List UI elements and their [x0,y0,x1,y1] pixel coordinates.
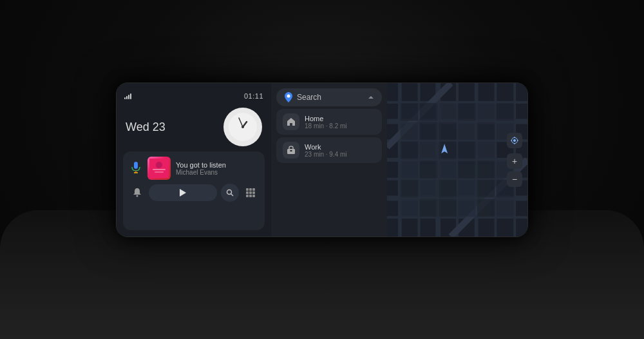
svg-rect-45 [401,103,419,121]
play-button[interactable] [149,184,217,201]
search-bar-left: Search [284,92,321,102]
svg-rect-75 [420,199,438,217]
svg-rect-72 [477,180,495,198]
home-nav-info: Home 18 min · 8.2 mi [305,115,375,130]
svg-rect-65 [458,160,476,179]
svg-rect-47 [439,103,457,121]
song-title: You got to listen [176,161,258,169]
svg-rect-66 [477,160,495,179]
svg-point-11 [137,195,138,197]
svg-point-13 [227,190,232,195]
assistant-icon[interactable] [129,162,142,175]
clock-widget [223,108,262,146]
svg-point-8 [156,162,162,168]
svg-rect-53 [439,122,457,140]
svg-rect-55 [477,122,495,140]
svg-rect-16 [249,188,252,191]
status-time: 01:11 [244,92,263,100]
svg-rect-4 [134,162,138,169]
svg-rect-17 [252,188,255,191]
media-search-button[interactable] [221,184,239,202]
svg-rect-46 [420,103,438,121]
svg-line-14 [231,194,234,197]
notification-icon[interactable] [129,185,145,200]
clock-face [227,111,258,142]
work-detail: 23 min · 9.4 mi [305,151,375,158]
svg-rect-59 [439,141,457,159]
svg-rect-19 [249,191,252,194]
svg-rect-69 [420,180,438,198]
svg-rect-54 [458,122,476,140]
media-controls-row [129,184,258,202]
svg-rect-50 [496,103,514,121]
svg-rect-78 [477,199,495,217]
home-detail: 18 min · 8.2 mi [305,122,375,130]
date-display: Wed 23 [126,121,166,134]
album-art [147,157,171,180]
svg-rect-9 [153,169,166,170]
left-panel: 01:11 Wed 23 [117,83,271,237]
svg-rect-21 [246,195,249,197]
svg-point-24 [287,95,290,98]
chevron-up-icon [368,94,374,101]
map-panel: + − [387,83,527,237]
svg-rect-74 [401,199,419,217]
svg-rect-57 [401,141,419,159]
work-nav-info: Work 23 min · 9.4 mi [305,143,375,158]
album-art-image [147,157,171,180]
svg-rect-27 [290,150,292,151]
zoom-in-button[interactable]: + [507,153,522,169]
media-section: You got to listen Michael Evans [123,151,265,230]
work-label: Work [305,143,375,151]
svg-point-80 [513,139,516,142]
svg-rect-49 [477,103,495,121]
status-bar: 01:11 [123,90,265,102]
zoom-out-button[interactable]: − [507,171,522,187]
svg-rect-63 [420,160,438,179]
signal-icon [124,93,131,99]
media-info: You got to listen Michael Evans [176,161,258,176]
svg-rect-10 [155,171,164,173]
work-nav-item[interactable]: Work 23 min · 9.4 mi [276,137,382,163]
android-auto-screen: 01:11 Wed 23 [116,82,528,237]
navigation-panel: Search Home 18 min · 8.2 mi [271,83,387,237]
home-nav-item[interactable]: Home 18 min · 8.2 mi [276,109,382,135]
svg-rect-22 [249,195,252,197]
maps-pin-icon [284,92,293,102]
work-icon [283,142,299,159]
apps-grid-icon[interactable] [243,185,258,200]
artist-name: Michael Evans [176,169,258,176]
svg-rect-61 [477,141,495,159]
svg-marker-25 [368,96,374,99]
svg-rect-15 [246,188,249,191]
svg-rect-60 [458,141,476,159]
svg-rect-70 [439,180,457,198]
home-label: Home [305,115,375,122]
map-controls: + − [507,133,522,187]
svg-rect-51 [401,122,419,140]
signal-area [124,93,131,99]
date-clock-row: Wed 23 [123,106,265,148]
home-icon [283,113,299,130]
svg-rect-68 [401,180,419,198]
media-top: You got to listen Michael Evans [129,157,258,180]
svg-rect-20 [252,191,255,194]
svg-rect-76 [439,199,457,217]
svg-rect-64 [439,160,457,179]
search-bar[interactable]: Search [276,88,382,106]
svg-rect-71 [458,180,476,198]
svg-rect-52 [420,122,438,140]
svg-rect-23 [252,195,255,197]
svg-rect-18 [246,191,249,194]
svg-rect-58 [420,141,438,159]
svg-rect-62 [401,160,419,179]
svg-marker-12 [180,189,186,197]
svg-rect-77 [458,199,476,217]
svg-rect-48 [458,103,476,121]
search-label: Search [297,93,321,102]
map-location-button[interactable] [507,133,522,148]
svg-rect-79 [496,199,514,217]
